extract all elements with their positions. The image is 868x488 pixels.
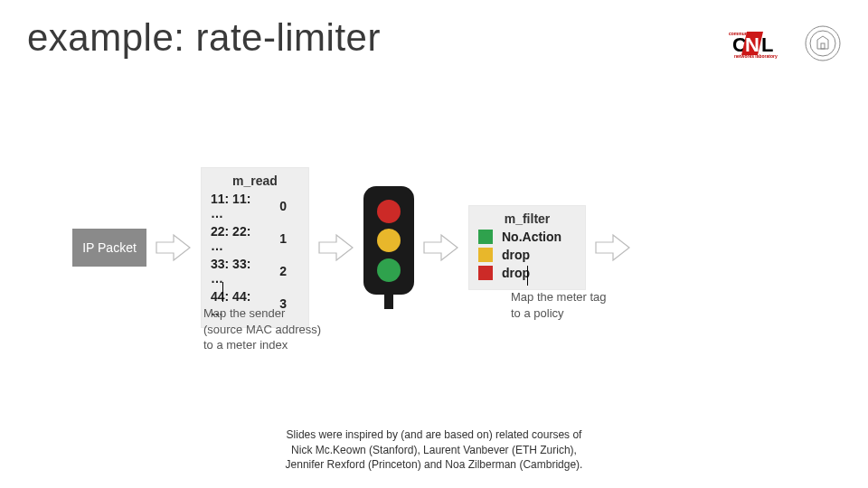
arrow-icon (156, 231, 192, 264)
red-light-icon (377, 200, 401, 223)
page-title: example: rate-limiter (27, 16, 381, 60)
footer-credit: Slides were inspired by (and are based o… (0, 427, 868, 472)
slide: example: rate-limiter communication C N … (0, 0, 868, 488)
svg-rect-7 (821, 43, 825, 49)
connector-line (222, 282, 223, 302)
m-read-table: m_read 11: 11: …0 22: 22: …1 33: 33: …2 … (201, 167, 309, 328)
red-swatch-icon (478, 266, 493, 280)
connector-line (527, 266, 528, 286)
m-filter-caption: Map the meter tag to a policy (511, 289, 607, 321)
cnl-logo-icon: communication C N L networks laboratory (727, 28, 792, 59)
green-light-icon (377, 258, 401, 282)
traffic-light-icon (363, 186, 414, 309)
logos: communication C N L networks laboratory (727, 25, 841, 61)
m-read-header: m_read (211, 174, 299, 188)
m-read-caption: Map the sender (source MAC address) to a… (203, 305, 321, 353)
svg-text:networks laboratory: networks laboratory (734, 53, 778, 59)
m-filter-header: m_filter (478, 211, 576, 226)
yellow-light-icon (377, 229, 401, 252)
arrow-icon (318, 231, 354, 264)
table-row: No.Action (478, 230, 576, 244)
table-row: 33: 33: …2 (211, 257, 299, 286)
ip-packet-label: IP Packet (82, 240, 137, 255)
green-swatch-icon (478, 230, 493, 244)
yellow-swatch-icon (478, 248, 493, 262)
arrow-icon (595, 231, 631, 264)
arrow-icon (423, 231, 459, 264)
university-seal-icon (805, 25, 841, 61)
table-row: 22: 22: …1 (211, 224, 299, 253)
table-row: drop (478, 248, 576, 262)
ip-packet-box: IP Packet (72, 229, 146, 267)
table-row: 11: 11: …0 (211, 192, 299, 221)
